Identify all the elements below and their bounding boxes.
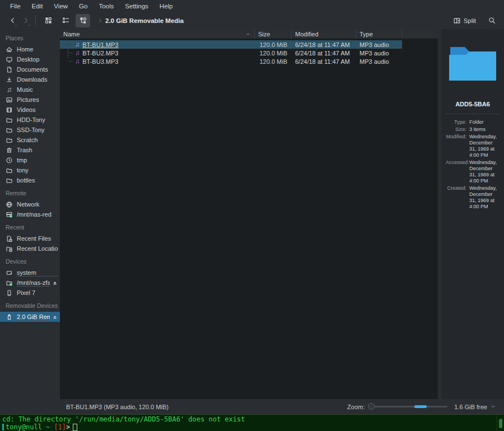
sidebar-item-desktop[interactable]: Desktop [0,54,60,64]
sidebar-item-system[interactable]: system [0,268,60,278]
tree-branch-stub [68,61,73,62]
sidebar-item-label: Scratch [17,137,58,144]
sidebar-item-downloads[interactable]: Downloads [0,74,60,85]
table-row[interactable]: ♫ BT-BU1.MP3 120.0 MiB 6/24/18 at 11:47 … [60,40,438,49]
terminal-scrollbar[interactable] [497,415,504,431]
chevron-down-icon [490,404,496,410]
terminal-scrollbar-thumb[interactable] [499,419,502,428]
file-modified: 6/24/18 at 11:47 AM [292,49,356,57]
menu-settings[interactable]: Settings [119,2,154,11]
sidebar-item-label: Trash [17,147,58,154]
sidebar-item-nas-red[interactable]: /mnt/nas-red [0,209,60,219]
folder-icon [6,137,13,144]
column-label: Size [258,31,270,38]
disk-usage-bar [17,276,58,277]
menu-tools[interactable]: Tools [93,2,119,11]
eject-button[interactable] [51,279,58,287]
icons-view-button[interactable] [41,14,55,27]
menu-edit[interactable]: Edit [26,2,49,11]
prompt-path: ~ [46,423,50,431]
property-label: Size: [446,127,469,133]
prompt-indicator-bar [2,424,4,430]
zoom-slider-mark [414,405,427,408]
sidebar-item-trash[interactable]: Trash [0,145,60,155]
music-note-icon: ♫ [6,86,13,93]
column-header-row: Name Size Modified Type [60,29,438,39]
audio-file-icon: ♫ [75,58,80,64]
recent-file-icon [6,235,13,242]
column-label: Modified [295,31,319,38]
sidebar-item-tony[interactable]: tony [0,165,60,175]
file-name: BT-BU2.MP3 [82,50,118,57]
split-label: Split [464,17,476,24]
split-icon [453,17,461,25]
sidebar-item-bottles[interactable]: bottles [0,175,60,185]
property-label: Type: [446,119,469,125]
search-button[interactable] [485,14,498,27]
tree-view-button[interactable] [76,14,90,27]
file-modified: 6/24/18 at 11:47 AM [292,57,356,65]
column-header-size[interactable]: Size [255,29,292,39]
sidebar-item-label: tmp [17,157,58,164]
terminal-error-line: cd: The directory '/run/media/tony/ADD5-… [2,415,504,423]
eject-button[interactable] [51,313,58,321]
table-row[interactable]: ♫ BT-BU3.MP3 120.0 MiB 6/24/18 at 11:47 … [60,57,438,65]
sidebar-item-label: 2.0 GiB Remov... [17,313,50,321]
sidebar-item-videos[interactable]: Videos [0,105,60,115]
sidebar-item-label: /mnt/nas-zfs [17,279,50,287]
tree-branch-stub [68,53,73,53]
file-type: MP3 audio [356,57,402,65]
column-header-empty [402,29,438,39]
sidebar-item-label: /mnt/nas-red [17,211,58,218]
details-view-button[interactable] [58,14,73,27]
sidebar-item-ssd-tony[interactable]: SSD-Tony [0,125,60,135]
free-space-text: 1.6 GiB free [454,404,487,410]
column-header-type[interactable]: Type [356,29,402,39]
sidebar-item-music[interactable]: ♫ Music [0,85,60,95]
split-button[interactable]: Split [453,17,476,25]
sidebar-item-scratch[interactable]: Scratch [0,135,60,145]
folder-icon [6,167,13,174]
column-label: Type [360,31,373,38]
sidebar-item-label: tony [17,167,58,174]
sidebar-item-label: Downloads [17,76,58,83]
phone-icon [6,289,13,297]
sidebar-item-hdd-tony[interactable]: HDD-Tony [0,115,60,125]
menu-help[interactable]: Help [154,2,179,11]
column-header-name[interactable]: Name [60,29,255,39]
desktop-icon [6,56,13,63]
folder-icon [6,116,13,124]
zoom-slider-handle[interactable] [368,403,375,410]
menu-file[interactable]: File [4,2,26,11]
column-label: Name [63,31,80,38]
sidebar-item-pictures[interactable]: Pictures [0,95,60,105]
terminal-prompt-line[interactable]: tony@null ~ [1] > [2,423,504,431]
table-row[interactable]: ♫ BT-BU2.MP3 120.0 MiB 6/24/18 at 11:47 … [60,49,438,57]
menu-go[interactable]: Go [73,2,93,11]
sidebar-item-pixel-7[interactable]: Pixel 7 [0,288,60,298]
file-name: BT-BU3.MP3 [82,58,118,65]
sidebar-item-home[interactable]: Home [0,44,60,54]
zoom-slider[interactable] [369,406,447,407]
sidebar-item-label: Home [17,46,58,53]
sidebar-item-nas-zfs[interactable]: /mnt/nas-zfs [0,278,60,288]
breadcrumb[interactable]: 2.0 GiB Removable Media [105,17,184,24]
sidebar-item-removable-media[interactable]: 2.0 GiB Remov... [0,312,60,322]
menu-view[interactable]: View [48,2,73,11]
section-label-devices: Devices [0,254,60,268]
sidebar-item-documents[interactable]: Documents [0,64,60,74]
terminal-cursor [73,424,77,431]
column-header-modified[interactable]: Modified [292,29,356,39]
sidebar-item-recent-files[interactable]: Recent Files [0,233,60,243]
forward-button[interactable] [19,14,32,27]
back-dropdown-caret [14,24,18,27]
sidebar-item-network[interactable]: Network [0,199,60,209]
terminal-panel[interactable]: cd: The directory '/run/media/tony/ADD5-… [0,414,504,431]
sidebar-item-recent-locations[interactable]: Recent Locations [0,243,60,254]
server-icon [6,211,13,218]
back-button[interactable] [6,14,19,27]
sidebar-item-tmp[interactable]: tmp [0,155,60,165]
section-label-recent: Recent [0,219,60,233]
zoom-label: Zoom: [347,404,365,410]
free-space-widget[interactable]: 1.6 GiB free [454,404,496,410]
